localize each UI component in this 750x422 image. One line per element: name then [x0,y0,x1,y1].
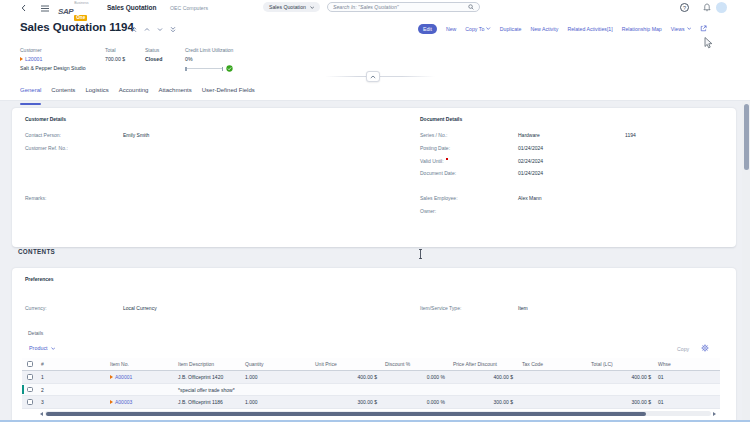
tab-user-defined-fields[interactable]: User-Defined Fields [202,87,255,100]
new-activity-button[interactable]: New Activity [530,26,558,32]
column-header-total[interactable]: Total (LC) [590,358,653,370]
currency-value: Local Currency [123,305,157,311]
tab-accounting[interactable]: Accounting [119,87,149,100]
new-button[interactable]: New [446,26,456,32]
item-link[interactable]: A00003 [115,399,132,405]
posting-date-field[interactable]: Posting Date:01/24/2024 [420,145,543,151]
table-row[interactable]: 2 *special offer trade show* [22,384,720,397]
customer-link[interactable]: L20001 [20,56,86,62]
tab-logistics[interactable]: Logistics [85,87,108,100]
column-header-num[interactable]: # [38,358,100,370]
edit-button[interactable]: Edit [418,24,437,34]
valid-until-field[interactable]: Valid Until:02/24/2024 [420,158,543,164]
views-button[interactable]: Views [671,26,691,32]
last-record-icon[interactable] [170,26,176,33]
document-date-field[interactable]: Document Date:01/24/2024 [420,170,543,176]
column-header-price-after-discount[interactable]: Price After Discount [447,358,515,370]
next-record-icon[interactable] [157,27,163,32]
link-arrow-icon [110,400,113,404]
currency-field[interactable]: Currency:Local Currency [25,305,157,311]
price-after-discount [447,384,515,396]
duplicate-button[interactable]: Duplicate [500,26,522,32]
valid-until-label-text: Valid Until: [420,158,444,164]
sales-employee-label: Sales Employee: [420,195,518,201]
previous-record-icon[interactable] [144,27,150,32]
chevron-down-icon [486,27,491,30]
gear-icon[interactable] [701,344,709,352]
series-field[interactable]: Series / No.:Hardware 1194 [420,132,720,138]
vertical-scrollbar-thumb[interactable] [744,104,749,170]
horizontal-scrollbar-track[interactable] [45,411,711,416]
discount: 0.000 % [379,396,447,408]
customer-block: Customer L20001 Salt & Pepper Design Stu… [20,47,86,71]
company-name: OEC Computers [170,5,208,11]
item-service-type-field[interactable]: Item/Service Type:Item [420,305,528,311]
scroll-right-icon[interactable] [713,412,716,416]
row-num: 1 [38,371,100,383]
menu-icon[interactable] [41,5,49,12]
general-details-card: Customer Details Contact Person:Emily Sm… [12,108,736,247]
valid-until-value: 02/24/2024 [518,158,543,164]
relationship-map-button[interactable]: Relationship Map [622,26,662,32]
avatar[interactable] [716,2,727,13]
search-input[interactable]: Search In: "Sales Quotation" [327,2,480,12]
owner-label: Owner: [420,208,518,214]
window-bottom-edge [0,420,750,422]
credit-limit-block: Credit Limit Utilization 0% [185,47,233,72]
search-context-select[interactable]: Sales Quotation [263,2,320,12]
unit-price [305,384,379,396]
tab-contents[interactable]: Contents [51,87,75,100]
table-row[interactable]: 3 A00003 J.B. Officeprint 1186 1.000 300… [22,396,720,409]
customer-label: Customer [20,47,86,53]
scroll-left-icon[interactable] [40,412,43,416]
row-select-checkbox[interactable] [27,387,33,393]
contact-person-field[interactable]: Contact Person:Emily Smith [25,132,149,138]
business-one-badge: Business One [74,2,88,22]
price-after-discount: 400.00 $ [447,371,515,383]
customer-ref-field[interactable]: Customer Ref. No.: [25,145,123,151]
page-title: Sales Quotation 1194 [20,21,134,33]
row-num: 2 [38,384,100,396]
table-row[interactable]: 1 A00001 J.B. Officeprint 1420 1.000 400… [22,371,720,384]
search-icon[interactable] [468,4,474,10]
collapse-header-button[interactable] [366,71,380,82]
logo-one-text: One [74,15,87,21]
row-select-checkbox[interactable] [27,374,33,380]
table-view-select[interactable]: Product [29,345,55,351]
item-link [100,384,168,396]
sales-employee-field[interactable]: Sales Employee:Alex Mann [420,195,542,201]
vertical-scrollbar[interactable] [742,101,750,422]
views-label: Views [671,26,685,32]
line-items-table: # Item No. Item Description Quantity Uni… [22,358,720,409]
owner-field[interactable]: Owner: [420,208,518,214]
sap-business-one-logo: SAP Business One [58,2,88,22]
column-header-whse[interactable]: Whse [653,358,720,370]
row-select-checkbox[interactable] [27,399,33,405]
warehouse: 01 [653,371,720,383]
column-header-discount[interactable]: Discount % [379,358,447,370]
column-header-tax-code[interactable]: Tax Code [515,358,590,370]
remarks-field[interactable]: Remarks: [25,195,123,201]
column-header-item-no[interactable]: Item No. [100,358,168,370]
select-all-checkbox[interactable] [27,361,33,367]
first-record-icon[interactable] [131,26,137,33]
horizontal-scrollbar[interactable] [40,410,716,417]
notification-bell-icon[interactable] [702,3,711,12]
copy-to-button[interactable]: Copy To [465,26,490,32]
text-cursor [418,249,423,259]
total-value: 700.00 $ [105,56,125,62]
column-header-quantity[interactable]: Quantity [235,358,305,370]
tax-code [515,384,590,396]
copy-button[interactable]: Copy [677,346,689,352]
help-icon[interactable]: ? [680,3,689,12]
back-icon[interactable] [19,4,27,12]
tab-general[interactable]: General [20,87,41,100]
open-in-new-icon[interactable] [700,25,707,32]
column-header-description[interactable]: Item Description [168,358,235,370]
related-activities-button[interactable]: Related Activities[1] [567,26,612,32]
mouse-cursor [704,37,713,49]
tab-attachments[interactable]: Attachments [158,87,191,100]
horizontal-scrollbar-thumb[interactable] [46,412,646,416]
column-header-unit-price[interactable]: Unit Price [305,358,379,370]
item-link[interactable]: A00001 [115,374,132,380]
